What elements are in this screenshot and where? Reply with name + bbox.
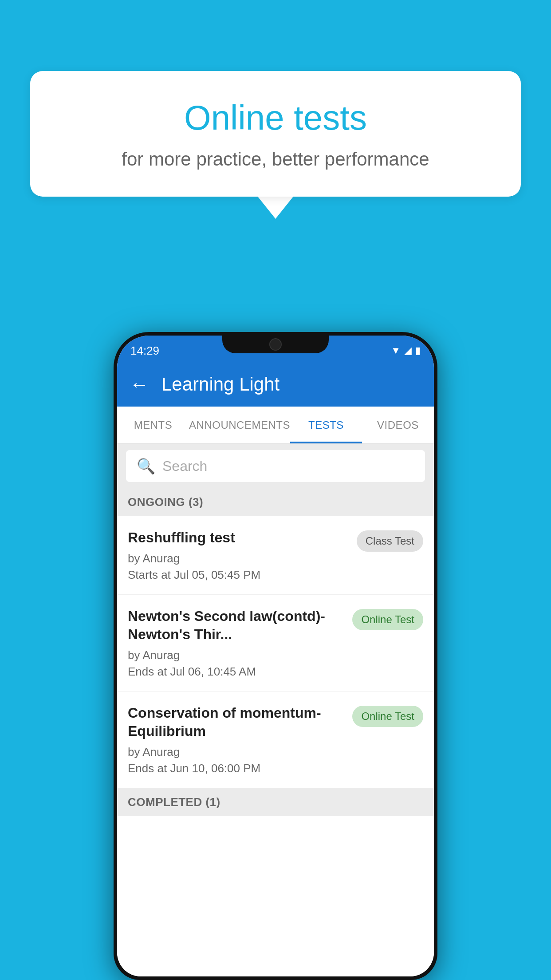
status-icons: ▼ ◢ ▮ (391, 345, 421, 356)
test-item-reshuffling[interactable]: Reshuffling test by Anurag Starts at Jul… (117, 516, 434, 595)
tab-announcements[interactable]: ANNOUNCEMENTS (189, 407, 290, 443)
test-time-reshuffling: Starts at Jul 05, 05:45 PM (128, 568, 350, 582)
ongoing-section-header: ONGOING (3) (117, 488, 434, 516)
tab-videos[interactable]: VIDEOS (362, 407, 434, 443)
search-bar[interactable]: 🔍 Search (126, 450, 425, 482)
completed-section-header: COMPLETED (1) (117, 788, 434, 816)
app-title: Learning Light (161, 374, 279, 395)
back-button[interactable]: ← (130, 373, 149, 395)
phone-notch (222, 332, 329, 353)
search-icon: 🔍 (137, 457, 155, 475)
online-tests-subtitle: for more practice, better performance (66, 149, 485, 170)
test-item-conservation[interactable]: Conservation of momentum-Equilibrium by … (117, 692, 434, 788)
test-author-reshuffling: by Anurag (128, 552, 350, 565)
test-name-newtons: Newton's Second law(contd)-Newton's Thir… (128, 607, 345, 644)
completed-section-title: COMPLETED (1) (128, 795, 220, 809)
test-item-newtons[interactable]: Newton's Second law(contd)-Newton's Thir… (117, 595, 434, 692)
test-info-conservation: Conservation of momentum-Equilibrium by … (128, 704, 345, 775)
test-badge-online-1: Online Test (352, 609, 423, 630)
battery-icon: ▮ (415, 345, 421, 356)
tab-tests[interactable]: TESTS (290, 407, 362, 443)
test-author-newtons: by Anurag (128, 648, 345, 662)
test-badge-class-test: Class Test (357, 530, 423, 552)
front-camera (269, 338, 282, 351)
speech-bubble: Online tests for more practice, better p… (30, 71, 521, 197)
signal-icon: ◢ (404, 345, 412, 356)
test-name-reshuffling: Reshuffling test (128, 529, 350, 547)
app-bar: ← Learning Light (117, 362, 434, 407)
tabs-bar: MENTS ANNOUNCEMENTS TESTS VIDEOS (117, 407, 434, 444)
test-badge-online-2: Online Test (352, 706, 423, 727)
test-time-newtons: Ends at Jul 06, 10:45 AM (128, 665, 345, 679)
test-name-conservation: Conservation of momentum-Equilibrium (128, 704, 345, 741)
status-time: 14:29 (130, 344, 159, 358)
phone-frame: 14:29 ▼ ◢ ▮ ← Learning Light MENTS ANNOU… (114, 332, 437, 980)
test-list: Reshuffling test by Anurag Starts at Jul… (117, 516, 434, 976)
speech-bubble-arrow (258, 197, 293, 219)
speech-bubble-container: Online tests for more practice, better p… (30, 71, 521, 219)
tab-ments[interactable]: MENTS (117, 407, 189, 443)
wifi-icon: ▼ (391, 345, 401, 356)
test-time-conservation: Ends at Jun 10, 06:00 PM (128, 762, 345, 775)
ongoing-section-title: ONGOING (3) (128, 495, 203, 509)
online-tests-title: Online tests (66, 98, 485, 138)
phone-screen: 14:29 ▼ ◢ ▮ ← Learning Light MENTS ANNOU… (117, 336, 434, 976)
search-placeholder: Search (162, 458, 207, 474)
test-author-conservation: by Anurag (128, 745, 345, 759)
search-container: 🔍 Search (117, 444, 434, 488)
test-info-reshuffling: Reshuffling test by Anurag Starts at Jul… (128, 529, 350, 582)
test-info-newtons: Newton's Second law(contd)-Newton's Thir… (128, 607, 345, 679)
